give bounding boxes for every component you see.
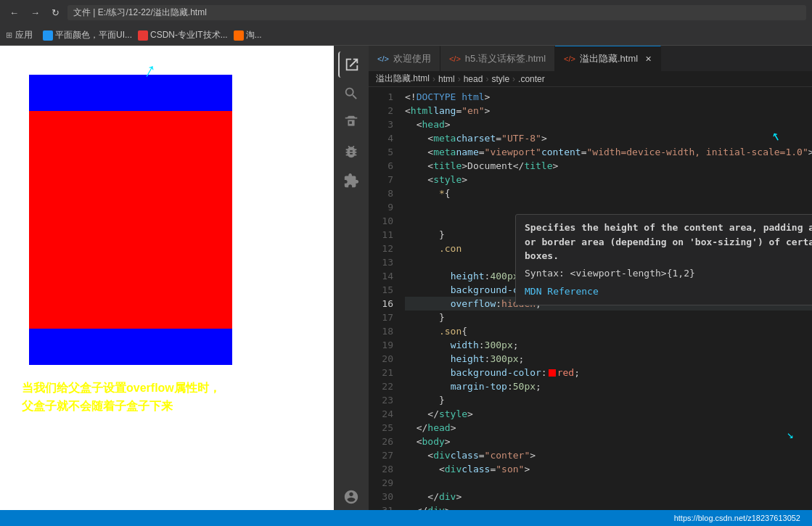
tab-overflow[interactable]: </> 溢出隐藏.html ✕: [555, 46, 661, 71]
breadcrumb-sep-2: ›: [458, 74, 461, 84]
refresh-button[interactable]: ↻: [48, 6, 63, 20]
tab-h5-icon: </>: [449, 54, 461, 63]
tab-h5-label: h5.语义话标签.html: [465, 52, 546, 65]
tab-welcome-icon: </>: [377, 54, 389, 63]
mdn-reference-link[interactable]: MDN Reference: [525, 284, 812, 299]
tab-overflow-label: 溢出隐藏.html: [580, 52, 638, 65]
preview-red-child: [29, 111, 232, 329]
sidebar-icon-debug[interactable]: [338, 139, 364, 165]
sidebar-icon-account[interactable]: [338, 484, 364, 510]
preview-content: ↑ 当我们给父盒子设置overflow属性时， 父盒子就不会随着子盒子下来: [0, 46, 334, 510]
back-button[interactable]: ←: [6, 6, 22, 20]
preview-description: 当我们给父盒子设置overflow属性时， 父盒子就不会随着子盒子下来: [22, 379, 221, 416]
code-line-4: <meta charset="UTF-8">: [405, 131, 812, 145]
code-line-20: height: 300px;: [405, 352, 812, 366]
sidebar-icon-scm[interactable]: [338, 110, 364, 136]
bookmark-csdn[interactable]: CSDN-专业IT技术...: [138, 29, 228, 41]
code-line-18: .son{: [405, 324, 812, 338]
breadcrumb-html[interactable]: html: [438, 74, 455, 84]
code-line-3: <head>: [405, 118, 812, 131]
breadcrumb-conter[interactable]: .conter: [518, 74, 545, 84]
bookmark-taobao[interactable]: 淘...: [234, 29, 262, 41]
tab-welcome[interactable]: </> 欢迎使用: [369, 46, 440, 71]
code-line-6: <title>Document</title>: [405, 159, 812, 173]
code-line-7: <style>: [405, 173, 812, 186]
code-line-2: <html lang="en">: [405, 104, 812, 118]
code-line-17: }: [405, 311, 812, 324]
tab-overflow-icon: </>: [564, 54, 575, 63]
code-line-22: margin-top: 50px;: [405, 379, 812, 393]
code-line-24: </style>: [405, 407, 812, 421]
status-url[interactable]: https://blog.csdn.net/z18237613052: [670, 514, 805, 522]
line-numbers: 12345 678910 11121314 1516 17181920 2122…: [369, 87, 399, 510]
preview-blue-container: [29, 75, 232, 365]
browser-preview: ↑ 当我们给父盒子设置overflow属性时， 父盒子就不会随着子盒子下来: [0, 46, 334, 510]
activity-bar: [334, 46, 369, 510]
code-editor[interactable]: 12345 678910 11121314 1516 17181920 2122…: [369, 87, 812, 510]
bookmark-apps[interactable]: 应用: [15, 29, 33, 41]
code-line-25: </head>: [405, 421, 812, 435]
sidebar-icon-search[interactable]: [338, 81, 364, 107]
code-lines[interactable]: <!DOCTYPE html> <html lang="en"> <head> …: [399, 87, 812, 510]
breadcrumb-file[interactable]: 溢出隐藏.html: [376, 73, 430, 85]
code-line-26: <body>: [405, 435, 812, 448]
code-line-1: <!DOCTYPE html>: [405, 90, 812, 104]
code-line-8: *{: [405, 186, 812, 200]
forward-button[interactable]: →: [27, 6, 44, 20]
code-line-30: </div>: [405, 490, 812, 504]
address-bar[interactable]: 文件 | E:/练习/12-22/溢出隐藏.html: [67, 5, 806, 20]
breadcrumb-head[interactable]: head: [464, 74, 483, 84]
code-line-19: width: 300px;: [405, 338, 812, 352]
bookmark-bar: ⊞ 应用 平面颜色，平面UI... CSDN-专业IT技术... 淘...: [0, 25, 812, 46]
breadcrumb: 溢出隐藏.html › html › head › style › .conte…: [369, 71, 812, 87]
sidebar-icon-explorer[interactable]: [338, 52, 364, 78]
tooltip-syntax: Syntax: <viewport-length>{1,2}: [525, 266, 812, 281]
tab-overflow-close[interactable]: ✕: [645, 54, 652, 64]
code-line-5: <meta name="viewport" content="width=dev…: [405, 145, 812, 159]
tooltip-title: Specifies the height of the content area…: [525, 221, 812, 263]
code-line-31: </div>: [405, 504, 812, 510]
breadcrumb-style[interactable]: style: [491, 74, 509, 84]
code-line-9: [405, 200, 812, 214]
code-line-23: }: [405, 393, 812, 407]
code-line-29: [405, 476, 812, 490]
breadcrumb-sep-3: ›: [485, 74, 488, 84]
code-line-27: <div class="conter">: [405, 448, 812, 462]
browser-top-bar: ← → ↻ 文件 | E:/练习/12-22/溢出隐藏.html: [0, 0, 812, 25]
hover-tooltip: Specifies the height of the content area…: [515, 214, 812, 305]
tab-welcome-label: 欢迎使用: [393, 52, 431, 65]
main-layout: ↑ 当我们给父盒子设置overflow属性时， 父盒子就不会随着子盒子下来: [0, 46, 812, 510]
code-line-28: <div class="son">: [405, 462, 812, 476]
editor-tabs: </> 欢迎使用 </> h5.语义话标签.html </> 溢出隐藏.html…: [369, 46, 812, 71]
breadcrumb-sep-4: ›: [512, 74, 515, 84]
status-bar: https://blog.csdn.net/z18237613052: [0, 510, 812, 526]
tab-h5[interactable]: </> h5.语义话标签.html: [440, 46, 555, 71]
sidebar-icon-extensions[interactable]: [338, 168, 364, 194]
vscode-editor-area: </> 欢迎使用 </> h5.语义话标签.html </> 溢出隐藏.html…: [369, 46, 812, 510]
code-line-21: background-color: red;: [405, 366, 812, 379]
bookmark-flat-colors[interactable]: 平面颜色，平面UI...: [43, 29, 132, 41]
breadcrumb-sep-1: ›: [432, 74, 435, 84]
